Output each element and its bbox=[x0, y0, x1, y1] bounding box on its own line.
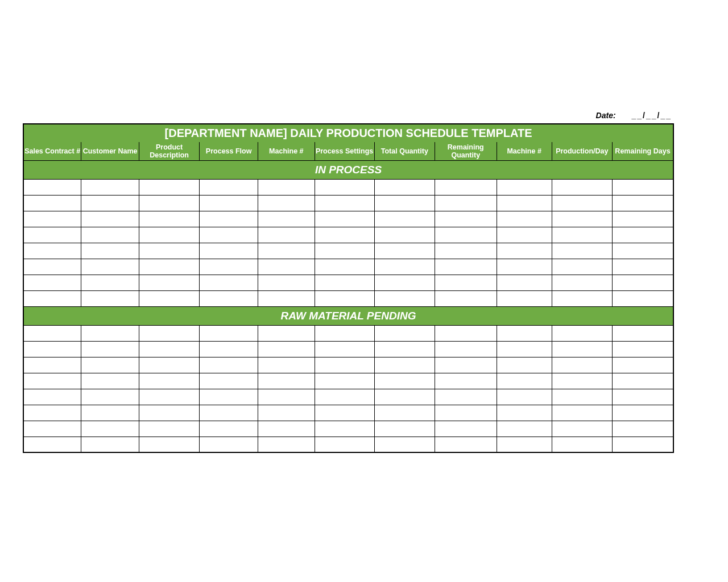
table-cell[interactable] bbox=[23, 179, 81, 195]
table-cell[interactable] bbox=[139, 195, 199, 211]
table-cell[interactable] bbox=[497, 211, 552, 227]
table-cell[interactable] bbox=[315, 436, 374, 452]
table-cell[interactable] bbox=[374, 227, 435, 243]
table-cell[interactable] bbox=[258, 436, 315, 452]
table-cell[interactable] bbox=[258, 357, 315, 373]
table-cell[interactable] bbox=[612, 275, 673, 290]
table-cell[interactable] bbox=[612, 211, 673, 227]
table-cell[interactable] bbox=[139, 211, 199, 227]
table-cell[interactable] bbox=[81, 211, 139, 227]
table-cell[interactable] bbox=[81, 259, 139, 275]
table-cell[interactable] bbox=[258, 195, 315, 211]
table-cell[interactable] bbox=[23, 243, 81, 259]
table-cell[interactable] bbox=[315, 421, 374, 436]
table-cell[interactable] bbox=[497, 325, 552, 341]
table-cell[interactable] bbox=[374, 436, 435, 452]
table-cell[interactable] bbox=[552, 389, 612, 405]
table-cell[interactable] bbox=[435, 341, 497, 357]
table-cell[interactable] bbox=[497, 259, 552, 275]
table-cell[interactable] bbox=[81, 405, 139, 421]
table-cell[interactable] bbox=[497, 389, 552, 405]
table-cell[interactable] bbox=[315, 405, 374, 421]
table-cell[interactable] bbox=[200, 357, 258, 373]
table-cell[interactable] bbox=[612, 259, 673, 275]
table-cell[interactable] bbox=[435, 357, 497, 373]
table-cell[interactable] bbox=[258, 389, 315, 405]
table-cell[interactable] bbox=[497, 227, 552, 243]
table-cell[interactable] bbox=[23, 357, 81, 373]
table-cell[interactable] bbox=[552, 373, 612, 389]
table-cell[interactable] bbox=[552, 357, 612, 373]
table-cell[interactable] bbox=[435, 436, 497, 452]
table-cell[interactable] bbox=[315, 275, 374, 290]
table-cell[interactable] bbox=[81, 421, 139, 436]
table-cell[interactable] bbox=[612, 421, 673, 436]
table-cell[interactable] bbox=[139, 357, 199, 373]
table-cell[interactable] bbox=[81, 357, 139, 373]
table-cell[interactable] bbox=[612, 436, 673, 452]
table-cell[interactable] bbox=[612, 325, 673, 341]
table-cell[interactable] bbox=[315, 243, 374, 259]
table-cell[interactable] bbox=[497, 341, 552, 357]
table-cell[interactable] bbox=[23, 325, 81, 341]
table-cell[interactable] bbox=[435, 259, 497, 275]
table-cell[interactable] bbox=[200, 259, 258, 275]
table-cell[interactable] bbox=[81, 179, 139, 195]
table-cell[interactable] bbox=[81, 290, 139, 306]
table-cell[interactable] bbox=[23, 211, 81, 227]
table-cell[interactable] bbox=[258, 259, 315, 275]
table-cell[interactable] bbox=[374, 341, 435, 357]
table-cell[interactable] bbox=[139, 290, 199, 306]
table-cell[interactable] bbox=[315, 179, 374, 195]
table-cell[interactable] bbox=[258, 373, 315, 389]
table-cell[interactable] bbox=[552, 195, 612, 211]
table-cell[interactable] bbox=[612, 341, 673, 357]
table-cell[interactable] bbox=[200, 275, 258, 290]
table-cell[interactable] bbox=[200, 405, 258, 421]
table-cell[interactable] bbox=[612, 195, 673, 211]
table-cell[interactable] bbox=[552, 436, 612, 452]
table-cell[interactable] bbox=[315, 290, 374, 306]
table-cell[interactable] bbox=[374, 357, 435, 373]
table-cell[interactable] bbox=[23, 275, 81, 290]
table-cell[interactable] bbox=[139, 227, 199, 243]
table-cell[interactable] bbox=[435, 373, 497, 389]
table-cell[interactable] bbox=[315, 373, 374, 389]
table-cell[interactable] bbox=[435, 195, 497, 211]
table-cell[interactable] bbox=[612, 389, 673, 405]
table-cell[interactable] bbox=[497, 405, 552, 421]
table-cell[interactable] bbox=[258, 179, 315, 195]
table-cell[interactable] bbox=[258, 211, 315, 227]
table-cell[interactable] bbox=[497, 421, 552, 436]
table-cell[interactable] bbox=[497, 436, 552, 452]
table-cell[interactable] bbox=[81, 436, 139, 452]
table-cell[interactable] bbox=[81, 389, 139, 405]
table-cell[interactable] bbox=[612, 290, 673, 306]
table-cell[interactable] bbox=[435, 325, 497, 341]
table-cell[interactable] bbox=[497, 275, 552, 290]
table-cell[interactable] bbox=[497, 195, 552, 211]
table-cell[interactable] bbox=[23, 290, 81, 306]
table-cell[interactable] bbox=[435, 275, 497, 290]
table-cell[interactable] bbox=[497, 290, 552, 306]
table-cell[interactable] bbox=[139, 179, 199, 195]
table-cell[interactable] bbox=[258, 275, 315, 290]
table-cell[interactable] bbox=[435, 211, 497, 227]
table-cell[interactable] bbox=[315, 357, 374, 373]
table-cell[interactable] bbox=[612, 227, 673, 243]
table-cell[interactable] bbox=[23, 405, 81, 421]
table-cell[interactable] bbox=[81, 341, 139, 357]
table-cell[interactable] bbox=[374, 325, 435, 341]
table-cell[interactable] bbox=[23, 341, 81, 357]
table-cell[interactable] bbox=[552, 290, 612, 306]
table-cell[interactable] bbox=[435, 179, 497, 195]
table-cell[interactable] bbox=[552, 405, 612, 421]
table-cell[interactable] bbox=[200, 436, 258, 452]
table-cell[interactable] bbox=[81, 325, 139, 341]
table-cell[interactable] bbox=[139, 405, 199, 421]
table-cell[interactable] bbox=[139, 373, 199, 389]
table-cell[interactable] bbox=[315, 227, 374, 243]
table-cell[interactable] bbox=[200, 179, 258, 195]
table-cell[interactable] bbox=[374, 195, 435, 211]
table-cell[interactable] bbox=[497, 179, 552, 195]
